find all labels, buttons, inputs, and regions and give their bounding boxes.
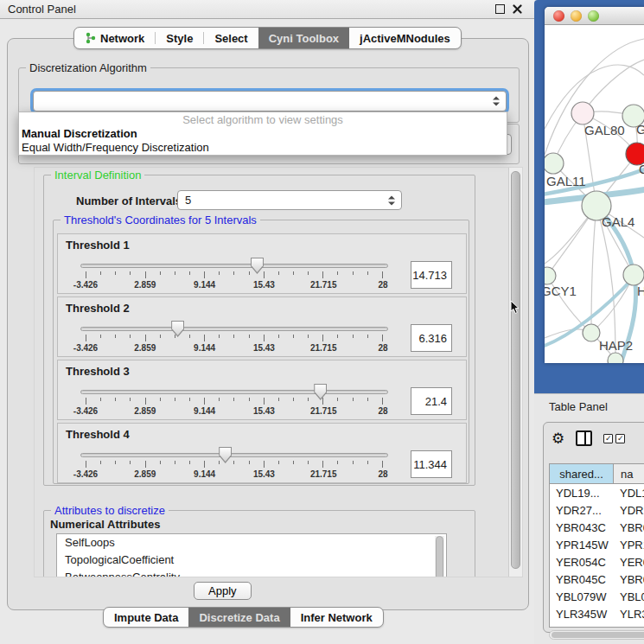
threshold-2-value-field[interactable]: 6.316 (411, 324, 452, 352)
node-gcy1[interactable] (545, 267, 556, 284)
network-view-window: GAL80 GA C GAL11 GAL4 H GCY1 HAP2 (545, 7, 644, 363)
scrollbar-thumb[interactable] (552, 632, 644, 638)
table-row[interactable]: YER054CYER0 (550, 553, 644, 571)
checkbox-icon: ✓ (615, 434, 625, 443)
checkbox-icon: ✓ (603, 434, 613, 443)
algorithm-combobox[interactable] (33, 91, 507, 112)
network-graph: GAL80 GA C GAL11 GAL4 H GCY1 HAP2 (545, 25, 644, 363)
table-row[interactable]: YBL079WYBL0 (550, 588, 644, 605)
table-row[interactable]: YIL052CYIL0 (550, 622, 644, 628)
tab-label: Cyni Toolbox (269, 32, 339, 45)
tab-select[interactable]: Select (204, 28, 258, 48)
threshold-4-slider[interactable]: -3.426 2.859 9.144 15.43 21.715 28 (80, 448, 388, 482)
popup-item-manual-discretization[interactable]: Manual Discretization (19, 127, 507, 141)
minimize-traffic-light-icon[interactable] (571, 10, 582, 22)
cell: YDL1 (614, 487, 644, 500)
threshold-2-slider[interactable]: -3.426 2.859 9.144 15.43 21.715 28 (80, 322, 388, 356)
tab-label: Network (100, 32, 144, 45)
tab-network[interactable]: Network (74, 28, 155, 48)
slider-ticks (86, 398, 383, 405)
slider-scale: -3.426 2.859 9.144 15.43 21.715 28 (86, 469, 383, 480)
gear-icon[interactable]: ⚙ (552, 431, 564, 446)
node-label-gal11: GAL11 (546, 174, 586, 188)
node-label-gcy1: GCY1 (545, 284, 577, 298)
numerical-attributes-list[interactable]: SelfLoops TopologicalCoefficient Between… (56, 533, 447, 577)
scale-label: 15.43 (253, 280, 275, 290)
cell: YPR145W (550, 539, 614, 552)
number-of-intervals-combobox[interactable]: 5 (177, 190, 402, 210)
number-of-intervals-label: Number of Intervals (76, 194, 182, 207)
node-gal80[interactable] (571, 102, 594, 124)
slider-ticks (86, 335, 383, 342)
scrollbar-thumb[interactable] (511, 171, 520, 569)
window-title: Control Panel (8, 3, 76, 16)
popup-item-equal-width-frequency[interactable]: Equal Width/Frequency Discretization (19, 141, 507, 155)
scale-label: 28 (378, 406, 387, 416)
tab-impute-data[interactable]: Impute Data (104, 608, 188, 627)
table-panel-region: Table Panel ⚙ ✓ ✓ shared... na YDL19...Y… (534, 393, 644, 644)
threshold-1-value-field[interactable]: 14.713 (411, 261, 452, 289)
cell: YDR2 (614, 504, 644, 517)
control-panel-window: Control Panel (0, 0, 534, 644)
node-gal11[interactable] (545, 153, 564, 174)
node-attribute-table[interactable]: shared... na YDL19...YDL1 YDR27...YDR2 Y… (549, 463, 644, 628)
tab-cyni-toolbox[interactable]: Cyni Toolbox (258, 28, 349, 48)
tab-jactivemnodules[interactable]: jActiveMNodules (349, 28, 461, 48)
select-columns-icon[interactable]: ✓ ✓ (603, 434, 625, 443)
close-traffic-light-icon[interactable] (553, 10, 564, 22)
table-row[interactable]: YBR043CYBR0 (550, 519, 644, 536)
bottom-tab-bar: Impute Data Discretize Data Infer Networ… (103, 607, 384, 626)
settings-vertical-scrollbar[interactable] (508, 168, 522, 577)
threshold-4-value-field[interactable]: 11.344 (411, 450, 452, 478)
algorithm-dropdown-popup: Select algorithm to view settings Manual… (18, 112, 507, 156)
node-partial-bottom[interactable] (608, 353, 623, 363)
mouse-cursor (510, 300, 520, 315)
cell: YER054C (550, 556, 614, 569)
table-row[interactable]: YPR145WYPR1 (550, 536, 644, 553)
cell: YLR345W (550, 608, 614, 621)
group-title: Interval Definition (51, 169, 144, 182)
table-row[interactable]: YLR345WYLR3 (550, 605, 644, 622)
slider-ticks (86, 271, 383, 279)
cell: YIL052C (550, 625, 614, 628)
scale-label: -3.426 (73, 280, 98, 290)
tab-infer-network[interactable]: Infer Network (290, 608, 383, 627)
cell: YBR0 (614, 521, 644, 534)
threshold-3-slider[interactable]: -3.426 2.859 9.144 15.43 21.715 28 (80, 385, 388, 419)
screen: Control Panel (0, 0, 644, 644)
node-label-partial: C (639, 162, 644, 176)
threshold-3-value-field[interactable]: 21.4 (411, 387, 452, 415)
scale-label: 28 (378, 343, 387, 353)
close-icon[interactable] (513, 4, 522, 14)
list-item[interactable]: SelfLoops (57, 534, 446, 552)
list-scrollbar[interactable] (435, 536, 444, 577)
node-partial-right[interactable] (623, 265, 644, 285)
scale-label: 21.715 (310, 469, 337, 479)
apply-button[interactable]: Apply (194, 582, 252, 600)
zoom-traffic-light-icon[interactable] (588, 10, 599, 22)
threshold-4-panel: Threshold 4 -3.426 2.859 9.144 15.43 (57, 423, 467, 483)
node-hap2[interactable] (583, 324, 600, 341)
scale-label: -3.426 (73, 406, 98, 416)
table-row[interactable]: YDL19...YDL1 (550, 484, 644, 501)
column-header-name[interactable]: na (614, 464, 644, 483)
tab-discretize-data[interactable]: Discretize Data (188, 608, 290, 627)
table-horizontal-scrollbar[interactable] (549, 630, 644, 640)
list-item[interactable]: TopologicalCoefficient (57, 552, 446, 569)
threshold-1-slider[interactable]: -3.426 2.859 9.144 15.43 21.715 28 (80, 258, 388, 293)
cell: YBR043C (550, 521, 614, 534)
table-panel-toolbar: ⚙ ✓ ✓ (552, 428, 625, 449)
tab-style[interactable]: Style (156, 28, 203, 48)
scale-label: -3.426 (73, 469, 98, 479)
column-header-shared-name[interactable]: shared... (550, 464, 614, 483)
table-row[interactable]: YDR27...YDR2 (550, 501, 644, 519)
list-item[interactable]: BetweennessCentrality (57, 569, 446, 577)
scale-label: 21.715 (310, 406, 337, 416)
float-window-icon[interactable] (495, 4, 505, 14)
network-canvas[interactable]: GAL80 GA C GAL11 GAL4 H GCY1 HAP2 (545, 25, 644, 363)
slider-scale: -3.426 2.859 9.144 15.43 21.715 28 (86, 280, 383, 290)
split-columns-icon[interactable] (576, 430, 592, 446)
cell: YIL0 (614, 625, 644, 628)
table-row[interactable]: YBR045CYBR0 (550, 571, 644, 588)
group-title: Threshold's Coordinates for 5 Intervals (61, 214, 260, 226)
